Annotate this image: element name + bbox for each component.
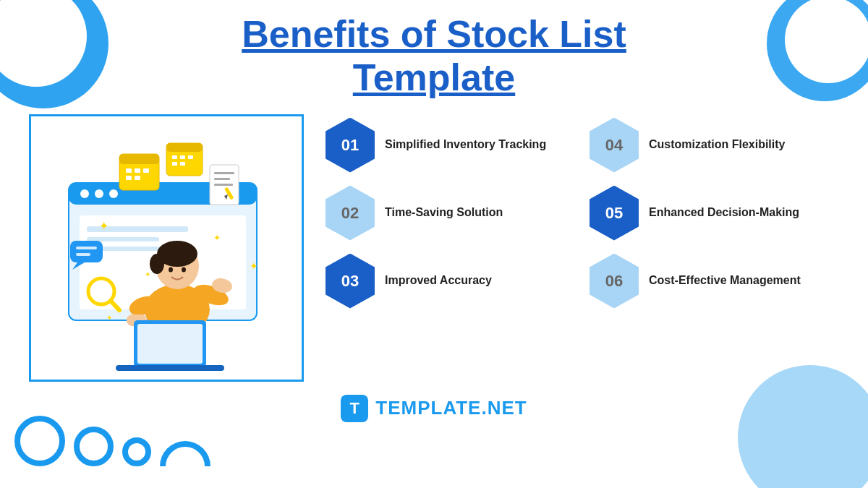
svg-rect-17 — [166, 143, 203, 152]
benefit-label-05: Enhanced Decision-Making — [649, 205, 799, 221]
svg-text:✦: ✦ — [106, 314, 112, 322]
svg-rect-14 — [126, 176, 132, 180]
svg-rect-32 — [76, 253, 90, 256]
benefit-item-01: 01Simplified Inventory Tracking — [326, 118, 575, 173]
svg-point-3 — [95, 189, 103, 198]
svg-rect-26 — [214, 184, 233, 186]
logo-icon: T — [341, 395, 368, 422]
benefit-item-04: 04Customization Flexibility — [590, 118, 839, 173]
hexagon-02: 02 — [326, 186, 375, 241]
svg-rect-20 — [188, 155, 193, 159]
svg-rect-19 — [180, 155, 185, 159]
benefit-label-01: Simplified Inventory Tracking — [385, 137, 546, 153]
svg-rect-12 — [135, 168, 140, 173]
benefit-item-06: 06Cost-Effective Management — [590, 254, 839, 309]
hex-number-06: 06 — [605, 272, 623, 291]
hex-number-03: 03 — [341, 272, 359, 291]
benefit-item-05: 05Enhanced Decision-Making — [590, 186, 839, 241]
svg-point-43 — [169, 267, 173, 272]
svg-rect-31 — [76, 247, 97, 249]
benefit-item-02: 02Time-Saving Solution — [326, 186, 575, 241]
svg-point-4 — [109, 189, 118, 198]
svg-rect-29 — [70, 241, 103, 262]
svg-point-42 — [150, 254, 164, 274]
svg-rect-47 — [116, 365, 224, 371]
hexagon-01: 01 — [326, 118, 375, 173]
svg-rect-24 — [214, 172, 234, 174]
svg-text:✦: ✦ — [250, 260, 258, 272]
main-title: Benefits of Stock List Template — [0, 13, 868, 100]
svg-text:✦: ✦ — [145, 270, 150, 278]
hex-number-01: 01 — [341, 136, 359, 155]
svg-rect-21 — [172, 162, 177, 166]
hex-number-02: 02 — [341, 204, 359, 223]
illustration-box: ✦ ✦ ✦ ✦ ✦ — [29, 114, 304, 382]
svg-text:✦: ✦ — [213, 233, 221, 243]
corner-decoration-bl — [14, 416, 210, 466]
svg-text:✦: ✦ — [99, 220, 109, 232]
svg-rect-13 — [143, 168, 149, 173]
svg-point-2 — [80, 189, 89, 198]
main-content: ✦ ✦ ✦ ✦ ✦ 01Simplified Inventory Trackin… — [0, 107, 868, 389]
hexagon-04: 04 — [590, 118, 639, 173]
benefit-label-04: Customization Flexibility — [649, 137, 785, 153]
logo-text: TEMPLATE.NET — [375, 397, 527, 419]
hex-number-04: 04 — [605, 136, 623, 155]
hexagon-06: 06 — [590, 254, 639, 309]
svg-rect-46 — [137, 324, 203, 364]
benefit-label-06: Cost-Effective Management — [649, 273, 801, 288]
benefits-grid: 01Simplified Inventory Tracking04Customi… — [326, 114, 839, 309]
svg-point-44 — [182, 267, 186, 272]
svg-rect-10 — [119, 154, 159, 164]
hexagon-03: 03 — [326, 254, 375, 309]
benefit-item-03: 03Improved Accuracy — [326, 254, 575, 309]
hexagon-05: 05 — [590, 186, 639, 241]
page-header: Benefits of Stock List Template — [0, 0, 868, 107]
svg-rect-25 — [214, 178, 230, 180]
svg-rect-18 — [172, 155, 177, 159]
svg-rect-15 — [135, 176, 140, 180]
hex-number-05: 05 — [605, 204, 623, 223]
benefit-label-02: Time-Saving Solution — [385, 205, 503, 221]
svg-rect-11 — [126, 168, 132, 173]
benefit-label-03: Improved Accuracy — [385, 273, 492, 288]
svg-rect-22 — [180, 162, 185, 166]
